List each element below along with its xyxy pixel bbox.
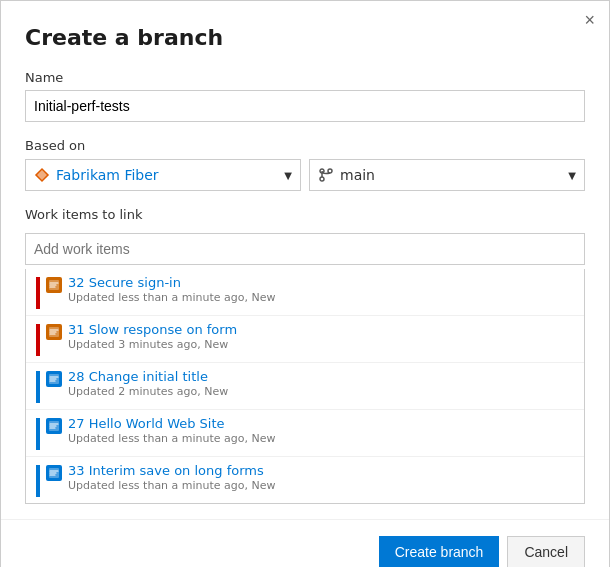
work-item-meta: Updated less than a minute ago, New	[68, 432, 574, 445]
repo-icon	[34, 167, 50, 183]
branch-dropdown[interactable]: main ▼	[309, 159, 585, 191]
work-item-info: 32 Secure sign-in Updated less than a mi…	[68, 275, 574, 304]
work-items-input[interactable]	[25, 233, 585, 265]
work-item-type-icon	[46, 277, 62, 293]
work-item-type-icon	[46, 324, 62, 340]
repo-dropdown[interactable]: Fabrikam Fiber ▼	[25, 159, 301, 191]
work-item-priority-bar	[36, 324, 40, 356]
close-button[interactable]: ×	[584, 11, 595, 29]
work-item-meta: Updated less than a minute ago, New	[68, 479, 574, 492]
branch-icon	[318, 167, 334, 183]
work-item-meta: Updated 2 minutes ago, New	[68, 385, 574, 398]
work-item: 33 Interim save on long forms Updated le…	[26, 457, 584, 503]
work-item-title[interactable]: 31 Slow response on form	[68, 322, 574, 337]
work-item-info: 33 Interim save on long forms Updated le…	[68, 463, 574, 492]
repo-dropdown-text: Fabrikam Fiber	[56, 167, 284, 183]
work-item-type-icon	[46, 418, 62, 434]
work-item-priority-bar	[36, 371, 40, 403]
based-on-section: Based on Fabrikam Fiber ▼	[25, 138, 585, 191]
work-item-type-icon	[46, 465, 62, 481]
work-item-title[interactable]: 32 Secure sign-in	[68, 275, 574, 290]
work-item-meta: Updated less than a minute ago, New	[68, 291, 574, 304]
work-item-info: 27 Hello World Web Site Updated less tha…	[68, 416, 574, 445]
dialog-title: Create a branch	[25, 25, 585, 50]
name-input[interactable]	[25, 90, 585, 122]
svg-point-3	[320, 177, 324, 181]
work-items-list: 32 Secure sign-in Updated less than a mi…	[25, 269, 585, 504]
branch-dropdown-text: main	[340, 167, 568, 183]
dialog-footer: Create branch Cancel	[1, 519, 609, 567]
work-item: 32 Secure sign-in Updated less than a mi…	[26, 269, 584, 316]
dropdowns-row: Fabrikam Fiber ▼ main ▼	[25, 159, 585, 191]
work-item: 27 Hello World Web Site Updated less tha…	[26, 410, 584, 457]
based-on-label: Based on	[25, 138, 585, 153]
create-branch-dialog: × Create a branch Name Based on Fabrikam…	[0, 0, 610, 567]
create-branch-button[interactable]: Create branch	[379, 536, 500, 567]
work-items-label: Work items to link	[25, 207, 585, 222]
work-item: 31 Slow response on form Updated 3 minut…	[26, 316, 584, 363]
work-items-section: Work items to link 32 Secure sign-in Upd…	[25, 207, 585, 504]
branch-chevron-icon: ▼	[568, 170, 576, 181]
svg-point-4	[328, 169, 332, 173]
work-item-info: 28 Change initial title Updated 2 minute…	[68, 369, 574, 398]
work-item-title[interactable]: 28 Change initial title	[68, 369, 574, 384]
work-item-priority-bar	[36, 418, 40, 450]
cancel-button[interactable]: Cancel	[507, 536, 585, 567]
name-label: Name	[25, 70, 585, 85]
name-field-container: Name	[25, 70, 585, 122]
work-item-info: 31 Slow response on form Updated 3 minut…	[68, 322, 574, 351]
work-item-priority-bar	[36, 277, 40, 309]
repo-chevron-icon: ▼	[284, 170, 292, 181]
work-item-title[interactable]: 27 Hello World Web Site	[68, 416, 574, 431]
work-item-type-icon	[46, 371, 62, 387]
work-item-meta: Updated 3 minutes ago, New	[68, 338, 574, 351]
work-item-title[interactable]: 33 Interim save on long forms	[68, 463, 574, 478]
work-item: 28 Change initial title Updated 2 minute…	[26, 363, 584, 410]
work-item-priority-bar	[36, 465, 40, 497]
